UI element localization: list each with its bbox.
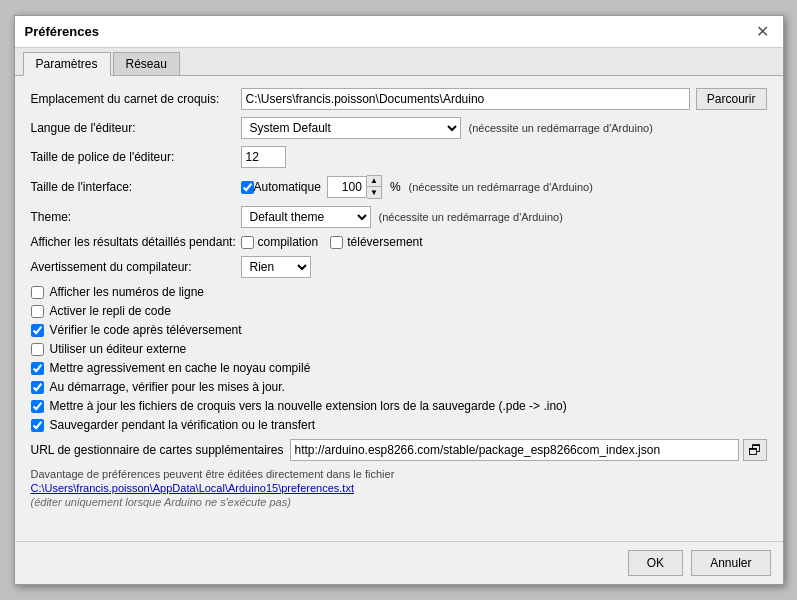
taille-interface-row: Taille de l'interface: Automatique ▲ ▼ %… xyxy=(31,175,767,199)
spinner-down[interactable]: ▼ xyxy=(367,187,381,198)
url-input[interactable] xyxy=(290,439,739,461)
mises-a-jour-checkbox[interactable] xyxy=(31,381,44,394)
emplacement-input[interactable] xyxy=(241,88,690,110)
checkbox-cache-noyau: Mettre agressivement en cache le noyau c… xyxy=(31,361,767,375)
scale-note: (nécessite un redémarrage d'Arduino) xyxy=(409,181,593,193)
dialog-title: Préférences xyxy=(25,24,99,39)
scale-input[interactable] xyxy=(327,176,367,198)
tab-parametres[interactable]: Paramètres xyxy=(23,52,111,76)
langue-row: Langue de l'éditeur: System Default Fran… xyxy=(31,117,767,139)
afficher-label: Afficher les résultats détaillés pendant… xyxy=(31,235,241,249)
info-line3: (éditer uniquement lorsque Arduino ne s'… xyxy=(31,496,767,508)
avertissement-select[interactable]: Rien Défaut Tout xyxy=(241,256,311,278)
footer: OK Annuler xyxy=(15,541,783,584)
compilation-checkbox[interactable] xyxy=(241,236,254,249)
checkbox-new-extension: Mettre à jour les fichiers de croquis ve… xyxy=(31,399,767,413)
langue-label: Langue de l'éditeur: xyxy=(31,121,241,135)
verif-code-label: Vérifier le code après téléversement xyxy=(50,323,242,337)
checkbox-sauvegarder: Sauvegarder pendant la vérification ou l… xyxy=(31,418,767,432)
checkbox-editeur-externe: Utiliser un éditeur externe xyxy=(31,342,767,356)
url-icon-button[interactable]: 🗗 xyxy=(743,439,767,461)
compilation-label[interactable]: compilation xyxy=(258,235,319,249)
checkbox-verif-code: Vérifier le code après téléversement xyxy=(31,323,767,337)
mises-a-jour-label: Au démarrage, vérifier pour les mises à … xyxy=(50,380,285,394)
emplacement-row: Emplacement du carnet de croquis: Parcou… xyxy=(31,88,767,110)
checkboxes-section: Afficher les numéros de ligne Activer le… xyxy=(31,285,767,432)
theme-select-wrap: Default theme Dark theme xyxy=(241,206,371,228)
browse-button[interactable]: Parcourir xyxy=(696,88,767,110)
afficher-checks: compilation téléversement xyxy=(241,235,423,249)
emplacement-label: Emplacement du carnet de croquis: xyxy=(31,92,241,106)
cancel-button[interactable]: Annuler xyxy=(691,550,770,576)
editeur-externe-checkbox[interactable] xyxy=(31,343,44,356)
cache-noyau-checkbox[interactable] xyxy=(31,362,44,375)
compilation-check-item: compilation xyxy=(241,235,319,249)
theme-note: (nécessite un redémarrage d'Arduino) xyxy=(379,211,563,223)
checkbox-repli-code: Activer le repli de code xyxy=(31,304,767,318)
info-line2: C:\Users\francis.poisson\AppData\Local\A… xyxy=(31,482,767,494)
spinner-up[interactable]: ▲ xyxy=(367,176,381,187)
checkbox-mises-a-jour: Au démarrage, vérifier pour les mises à … xyxy=(31,380,767,394)
url-label: URL de gestionnaire de cartes supplément… xyxy=(31,443,284,457)
repli-code-checkbox[interactable] xyxy=(31,305,44,318)
url-row: URL de gestionnaire de cartes supplément… xyxy=(31,439,767,461)
title-bar: Préférences ✕ xyxy=(15,16,783,48)
cache-noyau-label: Mettre agressivement en cache le noyau c… xyxy=(50,361,311,375)
taille-interface-label: Taille de l'interface: xyxy=(31,180,241,194)
telechargement-label[interactable]: téléversement xyxy=(347,235,422,249)
new-extension-label: Mettre à jour les fichiers de croquis ve… xyxy=(50,399,567,413)
telechargement-checkbox[interactable] xyxy=(330,236,343,249)
theme-label: Theme: xyxy=(31,210,241,224)
info-line1: Davantage de préférences peuvent être éd… xyxy=(31,468,767,480)
telechargement-check-item: téléversement xyxy=(330,235,422,249)
info-section: Davantage de préférences peuvent être éd… xyxy=(31,468,767,508)
spinner-buttons: ▲ ▼ xyxy=(367,175,382,199)
automatique-checkbox[interactable] xyxy=(241,181,254,194)
avertissement-row: Avertissement du compilateur: Rien Défau… xyxy=(31,256,767,278)
sauvegarder-label: Sauvegarder pendant la vérification ou l… xyxy=(50,418,316,432)
num-lignes-checkbox[interactable] xyxy=(31,286,44,299)
sauvegarder-checkbox[interactable] xyxy=(31,419,44,432)
automatique-label[interactable]: Automatique xyxy=(254,180,321,194)
theme-select[interactable]: Default theme Dark theme xyxy=(241,206,371,228)
taille-police-row: Taille de police de l'éditeur: xyxy=(31,146,767,168)
taille-police-input[interactable] xyxy=(241,146,286,168)
afficher-row: Afficher les résultats détaillés pendant… xyxy=(31,235,767,249)
avertissement-label: Avertissement du compilateur: xyxy=(31,260,241,274)
num-lignes-label: Afficher les numéros de ligne xyxy=(50,285,205,299)
percent-label: % xyxy=(390,180,401,194)
ok-button[interactable]: OK xyxy=(628,550,683,576)
theme-row: Theme: Default theme Dark theme (nécessi… xyxy=(31,206,767,228)
repli-code-label: Activer le repli de code xyxy=(50,304,171,318)
scale-spinner: ▲ ▼ xyxy=(327,175,382,199)
preferences-dialog: Préférences ✕ Paramètres Réseau Emplacem… xyxy=(14,15,784,585)
langue-select[interactable]: System Default Français English xyxy=(241,117,461,139)
editeur-externe-label: Utiliser un éditeur externe xyxy=(50,342,187,356)
langue-note: (nécessite un redémarrage d'Arduino) xyxy=(469,122,653,134)
verif-code-checkbox[interactable] xyxy=(31,324,44,337)
checkbox-num-lignes: Afficher les numéros de ligne xyxy=(31,285,767,299)
tabs-bar: Paramètres Réseau xyxy=(15,48,783,76)
content-area: Emplacement du carnet de croquis: Parcou… xyxy=(15,76,783,541)
tab-reseau[interactable]: Réseau xyxy=(113,52,180,75)
taille-police-label: Taille de police de l'éditeur: xyxy=(31,150,241,164)
close-button[interactable]: ✕ xyxy=(752,22,773,41)
new-extension-checkbox[interactable] xyxy=(31,400,44,413)
